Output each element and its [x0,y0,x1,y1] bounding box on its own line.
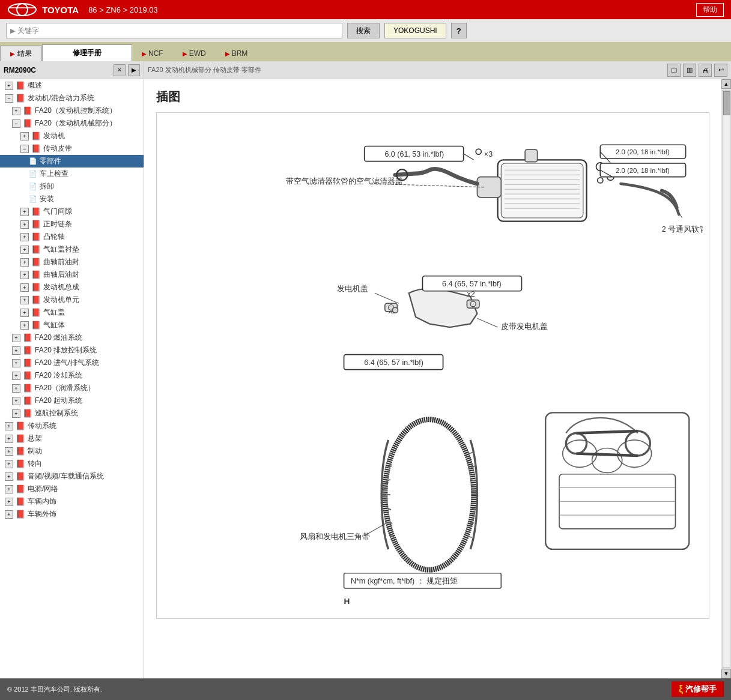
tree-item-parts[interactable]: 📄 零部件 [0,155,144,167]
tree-item-fa20-mechanical[interactable]: − 📕 FA20（发动机机械部分） [0,117,144,130]
ewd-arrow-icon: ▶ [183,50,187,57]
tree-item-emission[interactable]: + 📕 FA20 排放控制系统 [0,344,144,357]
expand-icon: + [12,346,20,355]
x3-label: ×3 [484,150,493,158]
tree-label: 零部件 [40,156,61,166]
tree-item-steering[interactable]: + 📕 转向 [0,457,144,470]
search-bar: ▶ 搜索 YOKOGUSHI ? [0,19,731,42]
tree-item-engine[interactable]: + 📕 发动机 [0,130,144,142]
book-icon: 📕 [16,421,25,430]
tree-item-start[interactable]: + 📕 FA20 起动系统 [0,394,144,407]
tab-results-label: 结果 [17,49,32,59]
tree-item-gaishu[interactable]: + 📕 概述 [0,79,144,92]
tree-item-crankrear[interactable]: + 📕 曲轴后油封 [0,268,144,281]
tree-item-brake[interactable]: + 📕 制动 [0,445,144,457]
tree-label: 转向 [28,459,42,469]
svg-point-37 [392,307,398,313]
tab-manual[interactable]: 修理手册 [42,44,132,61]
tree-item-timing[interactable]: + 📕 正时链条 [0,218,144,231]
torque3-label: 6.0 (61, 53 in.*lbf) [384,150,444,158]
print-btn[interactable]: 🖨 [699,64,712,77]
view-single-btn[interactable]: ▢ [667,64,681,77]
doc-icon: 📄 [29,170,37,178]
expand-icon: + [12,372,20,380]
tree-item-fa20-control[interactable]: + 📕 FA20（发动机控制系统） [0,104,144,117]
expand-icon: + [12,409,20,418]
book-icon: 📕 [23,106,32,115]
tree-label: FA20（润滑系统） [35,383,95,393]
expand-icon: + [5,422,13,430]
tree-item-engine-hybrid[interactable]: − 📕 发动机/混合动力系统 [0,92,144,104]
book-icon: 📕 [16,472,25,481]
brm-arrow-icon: ▶ [225,50,230,57]
book-icon: 📕 [31,220,41,229]
yokogushi-button[interactable]: YOKOGUSHI [384,23,446,38]
tab-results[interactable]: ▶ 结果 [0,46,42,61]
search-button[interactable]: 搜索 [347,23,380,38]
footer: © 2012 丰田汽车公司. 版权所有. ξ 汽修帮手 [0,678,731,700]
tree-item-intake[interactable]: + 📕 FA20 进气/排气系统 [0,357,144,369]
air-filter-cap-label: 带空气滤清器软管的空气滤清器盖 [286,177,403,186]
svg-point-62 [617,440,652,468]
tree-item-power[interactable]: + 📕 电源/网络 [0,483,144,495]
expand-icon: + [5,510,13,519]
tab-ncf[interactable]: ▶ NCF [132,46,173,61]
close-button[interactable]: × [114,64,126,76]
scroll-thumb[interactable] [723,91,730,115]
tree-label: 曲轴后油封 [43,270,79,280]
tree-item-drivetrain[interactable]: + 📕 传动系统 [0,420,144,432]
search-input[interactable] [17,26,338,35]
tree-label: 曲轴前油封 [43,257,79,267]
tree-label: 发动机/混合动力系统 [28,93,94,103]
back-btn[interactable]: ↩ [714,64,727,77]
book-icon: 📕 [31,207,41,216]
tree-item-engine-assy[interactable]: + 📕 发动机总成 [0,281,144,294]
tree-item-belt[interactable]: − 📕 传动皮带 [0,142,144,155]
tree-item-camshaft[interactable]: + 📕 凸轮轴 [0,231,144,243]
ncf-arrow-icon: ▶ [142,50,147,57]
tree-label: FA20（发动机机械部分） [35,118,117,128]
expand-icon: + [5,435,13,443]
expand-icon: + [12,397,20,405]
tree-item-exterior[interactable]: + 📕 车辆外饰 [0,508,144,520]
tree-item-block[interactable]: + 📕 气缸体 [0,319,144,331]
tree-item-cooling[interactable]: + 📕 FA20 冷却系统 [0,369,144,382]
scroll-track [722,90,730,668]
tree-item-cruise[interactable]: + 📕 巡航控制系统 [0,407,144,420]
tree-label: 气缸体 [43,320,65,330]
tree-item-valve[interactable]: + 📕 气门间隙 [0,205,144,218]
svg-line-30 [675,208,682,218]
torque4-label: 6.4 (65, 57 in.*lbf) [442,280,502,288]
tree-label: FA20 燃油系统 [35,333,82,343]
view-split-btn[interactable]: ▥ [683,64,696,77]
tree-item-crankfront[interactable]: + 📕 曲轴前油封 [0,256,144,268]
tree-item-av[interactable]: + 📕 音频/视频/车载通信系统 [0,470,144,483]
tree-item-inspection[interactable]: 📄 车上检查 [0,167,144,180]
tree-label: 发动机总成 [43,282,79,292]
tree-item-cylinder-gasket[interactable]: + 📕 气缸盖衬垫 [0,243,144,256]
torque1-label: 2.0 (20, 18 in.*lbf) [616,148,670,155]
tab-brm[interactable]: ▶ BRM [216,46,258,61]
help-button[interactable]: 帮助 [696,3,724,17]
torque-note-label: N*m (kgf*cm, ft*lbf) ： 规定扭矩 [351,577,458,585]
svg-line-51 [469,452,473,453]
arrow-button[interactable]: ▶ [128,64,140,76]
tab-ewd[interactable]: ▶ EWD [173,46,216,61]
content-toolbar: FA20 发动机机械部分 传动皮带 零部件 ▢ ▥ 🖨 ↩ [144,61,731,79]
expand-icon: + [20,321,29,330]
scroll-down-btn[interactable]: ▼ [721,669,731,678]
scroll-up-btn[interactable]: ▲ [721,79,731,89]
tree-item-fuel[interactable]: + 📕 FA20 燃油系统 [0,331,144,344]
tree-item-interior[interactable]: + 📕 车辆内饰 [0,495,144,508]
tree-item-lube[interactable]: + 📕 FA20（润滑系统） [0,382,144,394]
svg-line-23 [464,154,474,160]
book-icon: 📕 [23,371,32,380]
tree-item-chassis[interactable]: + 📕 悬架 [0,432,144,445]
serpentine-belt-group [381,420,477,570]
rm-label: RM2090C [4,66,111,74]
tree-item-head[interactable]: + 📕 气缸盖 [0,306,144,319]
question-button[interactable]: ? [451,23,467,38]
tree-item-install[interactable]: 📄 安装 [0,193,144,205]
tree-item-engine-unit[interactable]: + 📕 发动机单元 [0,294,144,306]
tree-item-remove[interactable]: 📄 拆卸 [0,180,144,193]
